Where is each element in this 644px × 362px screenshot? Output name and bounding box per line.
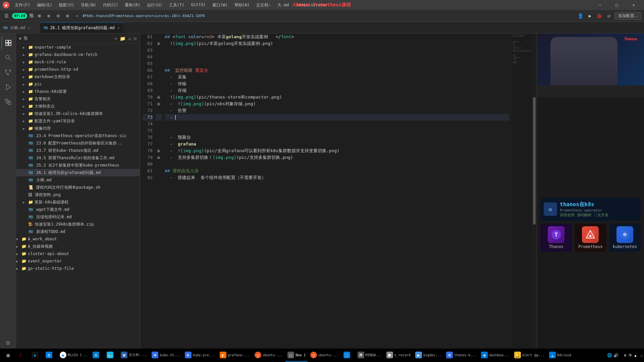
sidebar-item-update-k8s[interactable]: ▶ 📁 更新-k8s基础课程	[16, 198, 140, 206]
tab-close-1[interactable]: ×	[27, 25, 31, 31]
new-file-icon[interactable]: +	[114, 35, 118, 42]
tab-grafana-issues[interactable]: MD 26.1 梳理当前grafana的问题.md ×	[40, 22, 123, 33]
tab-outline-md[interactable]: MD 大纲.md ×	[0, 22, 40, 33]
activity-settings[interactable]: ⚙	[1, 336, 15, 349]
activity-explorer[interactable]	[1, 36, 15, 50]
menu-help[interactable]: 帮助(H)	[232, 2, 253, 9]
align-icon[interactable]: ≡	[45, 12, 52, 19]
menu-file[interactable]: 文件(F)	[12, 2, 33, 9]
sidebar-item-26.1[interactable]: ▶ MD 26.1 梳理当前grafana的问题.md	[16, 169, 140, 176]
refresh-icon[interactable]: ↺	[605, 12, 612, 19]
play-icon[interactable]: ▶	[586, 12, 594, 19]
avatar-icon[interactable]: 👤	[577, 12, 584, 19]
menu-window[interactable]: 窗口(W)	[210, 2, 230, 9]
menu-code[interactable]: 代码(C)	[100, 2, 121, 9]
system-clock[interactable]: A 中 ▲	[621, 353, 639, 358]
sidebar-item-exporter-sample[interactable]: ▶ 📁 exporter-sample	[16, 44, 140, 51]
sidebar-item-23.6[interactable]: ▶ MD 23.6 配置Prometheus的外部标签区分集群..	[16, 139, 140, 147]
maximize-button[interactable]: □	[609, 0, 625, 10]
taskbar-odcloud[interactable]: ☁ 0dcloud	[547, 349, 573, 362]
expand-icon[interactable]: ⊞	[36, 12, 43, 19]
refresh-sidebar-icon[interactable]: ↺	[127, 35, 131, 42]
sidebar-expand-icon[interactable]: ▼	[19, 36, 21, 41]
sidebar-toggle-icon[interactable]: ☰	[3, 12, 10, 19]
menu-git[interactable]: Git(G)	[189, 2, 208, 9]
taskbar-kube2[interactable]: ☸ kube-pre...	[183, 349, 217, 362]
sidebar-item-prometheus-http[interactable]: ▶ 📁 prometheus-http-sd	[16, 66, 140, 73]
sidebar-item-mirror[interactable]: ▶ 📁 镜像代理	[16, 125, 140, 132]
sidebar-item-wget[interactable]: ▶ MD wget下载文件.md	[16, 206, 140, 213]
sidebar-item-k8s-zip[interactable]: ▶ 🗜 快速安装1.29k8s集群脚本.zip	[16, 221, 140, 228]
taskbar-cursor[interactable]: ◈	[30, 349, 43, 362]
activity-debug[interactable]	[1, 80, 15, 94]
taskbar-edge[interactable]: ⬡	[341, 349, 355, 362]
sidebar-item-go-static[interactable]: ▶ 📁 go-static-http-file	[16, 265, 140, 272]
taskbar-ubuntu1[interactable]: ○ ubuntu-...	[253, 349, 285, 362]
taskbar-alert[interactable]: 🔔 alert @g...	[512, 349, 546, 362]
network-icon[interactable]: 🌐	[607, 353, 612, 358]
taskbar-thanos-k[interactable]: ☸ thanos-k...	[444, 349, 478, 362]
menu-refactor[interactable]: 重构(R)	[122, 2, 143, 9]
sidebar-item-markdown[interactable]: ▶ 📁 markdown文档目录	[16, 73, 140, 80]
sidebar-item-zip-pwd[interactable]: ▶ MD 压缩包密码记录.md	[16, 213, 140, 221]
sidebar-item-thanos-k8s[interactable]: ▶ 📁 thanos-k8s部署	[16, 88, 140, 95]
taskbar-chrome[interactable]: ◉ MinIO C...	[58, 349, 90, 362]
collapse-sidebar-icon[interactable]: ⊟	[133, 35, 137, 42]
notification-icon[interactable]: □	[641, 354, 643, 357]
taskbar-kube1[interactable]: ☸ kube-th...	[150, 349, 182, 362]
close-button[interactable]: ✕	[626, 0, 641, 10]
menu-run[interactable]: 运行(U)	[144, 2, 165, 9]
taskbar-docker[interactable]: 🐳	[105, 349, 118, 362]
sidebar-item-24.5[interactable]: ▶ MD 24.5 部署ThanosRuler前的准备工作.md	[16, 154, 140, 162]
sidebar-item-outline-points[interactable]: ▶ 📁 大纲和卖点	[16, 103, 140, 110]
taskbar-tiktok[interactable]: ♪	[15, 349, 29, 362]
minus-icon[interactable]: −	[73, 12, 80, 19]
sidebar-item-cluster-api[interactable]: ▶ 📁 cluster-api-about	[16, 250, 140, 257]
sidebar-item-package-sh[interactable]: ▶ 📜 课程代码文件打包脚本package.sh	[16, 184, 140, 191]
editor-content[interactable]: ## <font color=red> 丰富golang开发实战案例 </fon…	[162, 34, 512, 352]
volume-icon[interactable]: 🔊	[613, 353, 619, 358]
menu-edit[interactable]: 编辑(E)	[34, 2, 55, 9]
taskbar-new1[interactable]: □ New 1	[285, 349, 308, 362]
taskbar-settings[interactable]: ⚙	[44, 349, 57, 362]
activity-extensions[interactable]	[1, 95, 15, 109]
taskbar-vscode[interactable]: ≋	[91, 349, 104, 362]
sidebar-item-23.7[interactable]: ▶ MD 23.7 研究kube-thanos项目.md	[16, 147, 140, 154]
sidebar-item-course-png[interactable]: ▶ 🖼 课程资料.png	[16, 191, 140, 198]
settings-icon[interactable]: ⚙	[64, 12, 71, 19]
split-icon[interactable]: ⊟	[54, 12, 62, 19]
minimize-button[interactable]: —	[592, 0, 608, 10]
taskbar-word[interactable]: W 百文档-...	[119, 349, 149, 362]
sidebar-item-alert[interactable]: ▶ 📁 告警相关	[16, 95, 140, 103]
sidebar-item-a-work-about[interactable]: ▼ 📁 A_work_about	[16, 235, 140, 243]
tab-close-2[interactable]: ×	[117, 25, 120, 31]
sidebar-item-grafana-dashboard[interactable]: ▶ 📁 grafana-dashboard-cm-fetch	[16, 51, 140, 58]
sidebar-item-mock-crd[interactable]: ▶ 📁 mock-crd-rule	[16, 58, 140, 66]
taskbar-dashboard[interactable]: ◈ dashboa...	[479, 349, 511, 362]
scroll-thumb[interactable]	[533, 97, 536, 225]
bug-icon[interactable]: 🐞	[596, 12, 603, 19]
sidebar-item-pic[interactable]: ▶ 📁 pic	[16, 80, 140, 88]
taskbar-mingw[interactable]: M MINGW...	[356, 349, 384, 362]
sidebar-item-config-yaml[interactable]: ▶ 📁 配置文件-yaml等目录	[16, 117, 140, 125]
sidebar-item-new-todo[interactable]: ▶ MD 新课程TODO.md	[16, 228, 140, 235]
activity-git[interactable]	[1, 66, 15, 79]
add-config-button[interactable]: 添加配置...	[614, 12, 641, 20]
menu-tools[interactable]: 工具(T)	[166, 2, 187, 9]
taskbar-bigdev[interactable]: ▶ bigdev...	[413, 349, 443, 362]
sidebar-item-25.2[interactable]: ▶ MD 25.2 在2个新集群中部署kube-prometheus	[16, 162, 140, 169]
taskbar-ubuntu2[interactable]: ○ ubuntu-...	[308, 349, 340, 362]
sidebar-item-event-exporter[interactable]: ▶ 📁 event_exporter	[16, 257, 140, 265]
menu-nav[interactable]: 导航(N)	[78, 2, 99, 9]
sidebar-item-outline-md[interactable]: ▶ MD 大纲.md	[16, 176, 140, 184]
sidebar-item-a-media[interactable]: ▶ 📁 A_自媒体视频	[16, 243, 140, 250]
editor-scrollbar[interactable]	[532, 34, 537, 352]
sidebar-item-quick-install[interactable]: ▶ 📁 快速安装1.30-calico-k8s集群脚本	[16, 110, 140, 117]
start-button[interactable]: ⊞	[1, 349, 15, 362]
taskbar-grafana[interactable]: ◐ grafana-...	[218, 349, 252, 362]
menu-docs[interactable]: 总文档-	[254, 2, 273, 9]
menu-view[interactable]: 视图(V)	[56, 2, 77, 9]
sidebar-item-23.4[interactable]: ▶ MD 23.4 Prometheus-operator添加thanos-si…	[16, 132, 140, 139]
taskbar-vrecord[interactable]: ⏺ v_record	[384, 349, 413, 362]
new-folder-icon[interactable]: 📁	[119, 35, 126, 42]
